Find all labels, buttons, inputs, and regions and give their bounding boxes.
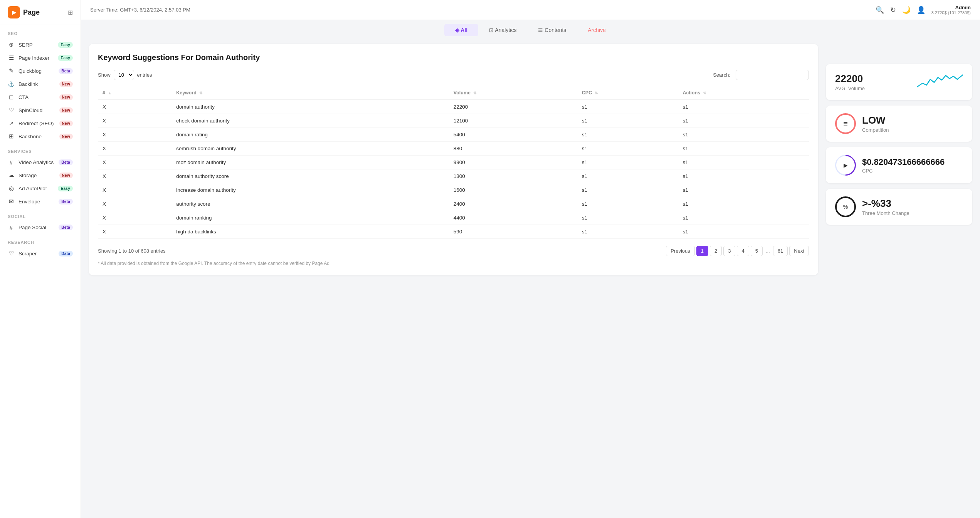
main-wrapper: Server Time: GMT+3, 6/12/2024, 2:57:03 P… [81,0,980,518]
video-analytics-icon: # [8,159,15,166]
col-volume[interactable]: Volume ⇅ [449,86,577,100]
search-icon[interactable]: 🔍 [876,6,884,14]
competition-text: LOW Competition [862,114,963,133]
sidebar-item-badge: Beta [59,68,73,74]
sidebar-item-label: Page Indexer [18,55,54,61]
cell-#: X [98,169,171,183]
sidebar-item-badge: New [59,94,73,100]
col-cpc[interactable]: CPC ⇅ [577,86,678,100]
cell-keyword: authority score [171,197,449,211]
sidebar-item-backlink[interactable]: ⚓BacklinkNew [0,77,81,91]
sidebar-item-label: Ad AutoPilot [18,186,54,191]
cell-actions[interactable]: s1 [678,169,809,183]
sidebar-item-spincloud[interactable]: ♡SpinCloudNew [0,104,81,117]
page-social-icon: # [8,224,15,231]
sidebar-item-serp[interactable]: ⊕SERPEasy [0,38,81,51]
sidebar-item-storage[interactable]: ☁StorageNew [0,169,81,182]
sidebar-item-video-analytics[interactable]: #Video AnalyticsBeta [0,156,81,169]
sidebar: ▶ Page ⊞ SEO⊕SERPEasy☰Page IndexerEasy✎Q… [0,0,81,518]
redirect--seo--icon: ↗ [8,120,15,127]
topbar-right: 🔍 ↻ 🌙 👤 Admin 3.2720$ (101.2780$) [876,5,971,15]
logo-icon: ▶ [8,6,20,18]
cell-actions[interactable]: s1 [678,211,809,225]
cell-volume: 590 [449,225,577,239]
next-button[interactable]: Next [789,246,809,256]
three-month-card: % >-%33 Three Month Change [826,189,972,225]
cell-cpc: s1 [577,211,678,225]
prev-button[interactable]: Previous [666,246,695,256]
page-2[interactable]: 2 [710,246,722,256]
sidebar-item-page-indexer[interactable]: ☰Page IndexerEasy [0,51,81,64]
page-61[interactable]: 61 [773,246,788,256]
sparkline [917,72,963,92]
cell-actions[interactable]: s1 [678,156,809,169]
table-row: Xdomain rating5400s1s1 [98,128,809,142]
user-icon[interactable]: 👤 [917,6,925,14]
tab-archive[interactable]: Archive [577,24,617,36]
sidebar-item-badge: New [59,173,73,178]
avg-volume-value: 22200 [835,73,911,85]
show-label: Show [98,72,111,78]
sidebar-item-badge: Beta [59,159,73,165]
footnote: * All data provided is obtained from the… [98,261,809,266]
sidebar-item-cta[interactable]: ◻CTANew [0,91,81,104]
cell-keyword: check domain authority [171,114,449,128]
grid-icon[interactable]: ⊞ [68,9,73,16]
scraper-icon: ♡ [8,250,15,257]
cell-volume: 880 [449,142,577,156]
sidebar-item-page-social[interactable]: #Page SocialBeta [0,221,81,234]
table-row: Xincrease domain authority1600s1s1 [98,183,809,197]
page-3[interactable]: 3 [723,246,735,256]
sidebar-item-badge: Easy [58,186,73,191]
cta-icon: ◻ [8,94,15,101]
tab-analytics[interactable]: ⊡ Analytics [478,24,527,36]
sidebar-item-badge: Easy [58,42,73,48]
serp-icon: ⊕ [8,41,15,48]
col-actions[interactable]: Actions ⇅ [678,86,809,100]
col-#[interactable]: # ▲ [98,86,171,100]
col-keyword[interactable]: Keyword ⇅ [171,86,449,100]
page-4[interactable]: 4 [737,246,749,256]
sidebar-item-envelope[interactable]: ✉EnvelopeBeta [0,195,81,208]
sidebar-item-scraper[interactable]: ♡ScraperData [0,247,81,260]
cell-actions[interactable]: s1 [678,114,809,128]
sidebar-item-backbone[interactable]: ⊞BackboneNew [0,130,81,143]
cell-actions[interactable]: s1 [678,128,809,142]
tab-contents[interactable]: ☰ Contents [527,24,577,36]
cell-actions[interactable]: s1 [678,197,809,211]
pagination: Showing 1 to 10 of 608 entries Previous … [98,246,809,256]
server-time: Server Time: GMT+3, 6/12/2024, 2:57:03 P… [90,7,190,13]
entries-select[interactable]: 10 25 50 [114,70,134,80]
tab-all[interactable]: ◈ All [444,24,478,36]
avg-volume-label: AVG. Volume [835,85,911,91]
cell-volume: 9900 [449,156,577,169]
sidebar-item-quickblog[interactable]: ✎QuickblogBeta [0,64,81,77]
cell-keyword: increase domain authority [171,183,449,197]
refresh-icon[interactable]: ↻ [890,6,896,14]
cell-actions[interactable]: s1 [678,100,809,114]
page-1[interactable]: 1 [696,246,708,256]
sidebar-item-label: Page Social [18,225,55,230]
page-5[interactable]: 5 [751,246,763,256]
search-label: Search: [713,72,730,78]
sidebar-item-redirect--seo-[interactable]: ↗Redirect (SEO)New [0,117,81,130]
sidebar-item-label: Storage [18,173,55,178]
cell-cpc: s1 [577,114,678,128]
cell-volume: 2400 [449,197,577,211]
cell-actions[interactable]: s1 [678,142,809,156]
storage-icon: ☁ [8,172,15,179]
admin-balance: 3.2720$ (101.2780$) [931,10,971,15]
sidebar-item-label: Redirect (SEO) [18,121,55,126]
envelope-icon: ✉ [8,198,15,205]
cell-actions[interactable]: s1 [678,183,809,197]
theme-icon[interactable]: 🌙 [902,6,911,14]
sidebar-sections: SEO⊕SERPEasy☰Page IndexerEasy✎QuickblogB… [0,25,81,260]
tab-bar: ◈ All ⊡ Analytics ☰ Contents Archive [81,20,980,36]
cell-actions[interactable]: s1 [678,225,809,239]
search-input[interactable] [736,70,809,80]
table-row: Xcheck domain authority12100s1s1 [98,114,809,128]
cell-keyword: moz domain authority [171,156,449,169]
cell-#: X [98,156,171,169]
cell-cpc: s1 [577,169,678,183]
sidebar-item-ad-autopilot[interactable]: ◎Ad AutoPilotEasy [0,182,81,195]
